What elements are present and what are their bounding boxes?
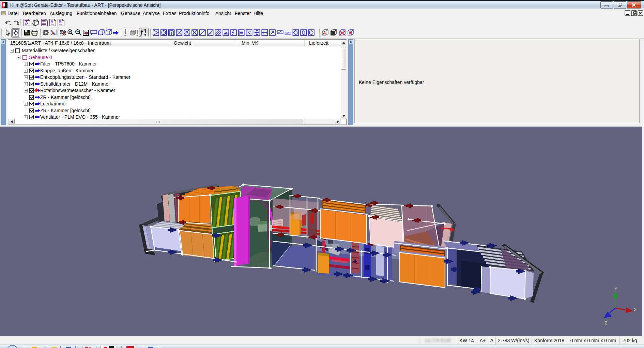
- svg-text:A: A: [349, 31, 352, 35]
- svg-text:B: B: [59, 19, 62, 24]
- svg-text:f: f: [140, 29, 143, 37]
- svg-text:Y: Y: [614, 286, 617, 291]
- svg-text:A: A: [25, 20, 28, 25]
- svg-text:x: x: [634, 307, 637, 312]
- svg-text:A: A: [50, 19, 53, 24]
- svg-text:A: A: [323, 31, 326, 35]
- svg-text:Z: Z: [604, 320, 607, 325]
